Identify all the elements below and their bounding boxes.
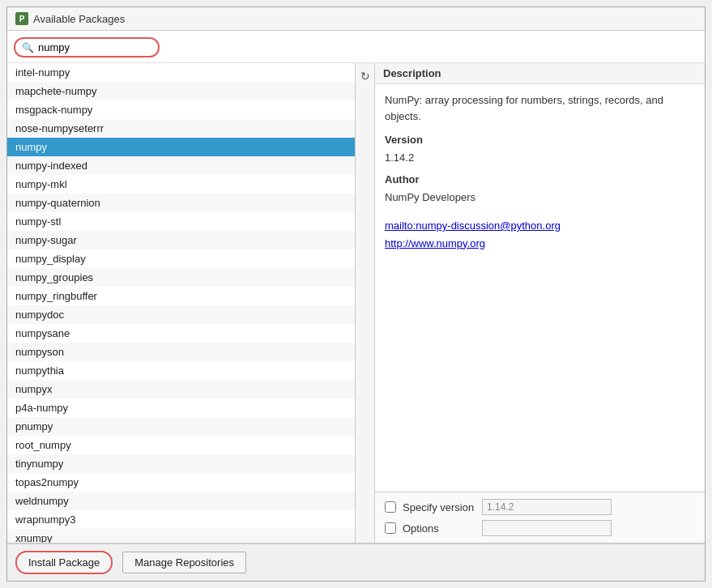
list-item[interactable]: numpy-mkl <box>7 175 355 194</box>
app-icon: P <box>15 12 28 25</box>
specify-version-label: Specify version <box>403 501 475 513</box>
list-item[interactable]: xnumpy <box>7 529 355 543</box>
list-item[interactable]: numpy_ringbuffer <box>7 287 355 305</box>
title-bar: P Available Packages <box>7 7 705 31</box>
manage-repositories-button[interactable]: Manage Repositories <box>122 552 246 573</box>
website-link[interactable]: http://www.numpy.org <box>385 236 695 252</box>
list-item[interactable]: nose-numpyseterrr <box>7 119 355 138</box>
list-item[interactable]: numpy <box>7 138 355 156</box>
search-icon: 🔍 <box>22 42 34 53</box>
package-list: intel-numpymapchete-numpymsgpack-numpyno… <box>7 63 355 543</box>
list-item[interactable]: numpy-stl <box>7 212 355 231</box>
version-input[interactable] <box>482 499 612 515</box>
description-content: NumPy: array processing for numbers, str… <box>375 84 705 492</box>
list-item[interactable]: numpydoc <box>7 305 355 324</box>
left-panel: intel-numpymapchete-numpymsgpack-numpyno… <box>7 63 356 543</box>
install-package-button[interactable]: Install Package <box>15 551 113 574</box>
refresh-icon[interactable]: ↻ <box>360 70 370 83</box>
list-item[interactable]: root_numpy <box>7 436 355 454</box>
specify-version-row: Specify version <box>385 499 695 515</box>
list-item[interactable]: numpy_groupies <box>7 268 355 287</box>
list-item[interactable]: wrapnumpy3 <box>7 510 355 529</box>
right-panel: Description NumPy: array processing for … <box>375 63 705 543</box>
list-item[interactable]: numpy-indexed <box>7 156 355 175</box>
version-label: Version <box>385 132 695 148</box>
list-item[interactable]: pnumpy <box>7 417 355 436</box>
window-title: Available Packages <box>33 13 125 25</box>
author-value: NumPy Developers <box>385 190 695 206</box>
search-wrapper[interactable]: 🔍 <box>14 37 160 58</box>
list-item[interactable]: numpy-quaternion <box>7 194 355 212</box>
list-item[interactable]: numpyson <box>7 343 355 361</box>
list-item[interactable]: topas2numpy <box>7 473 355 492</box>
list-item[interactable]: mapchete-numpy <box>7 82 355 100</box>
divider-column: ↻ <box>356 63 375 543</box>
footer-bar: Install Package Manage Repositories <box>7 543 705 581</box>
list-item[interactable]: weldnumpy <box>7 492 355 510</box>
specify-version-checkbox[interactable] <box>385 501 396 513</box>
search-input[interactable] <box>38 41 151 53</box>
search-bar: 🔍 <box>7 31 705 63</box>
version-value: 1.14.2 <box>385 150 695 166</box>
mailto-link[interactable]: mailto:numpy-discussion@python.org <box>385 218 695 234</box>
list-item[interactable]: msgpack-numpy <box>7 100 355 119</box>
options-label: Options <box>403 522 475 535</box>
bottom-options: Specify version Options <box>375 492 705 543</box>
list-item[interactable]: numpy-sugar <box>7 231 355 249</box>
list-item[interactable]: numpysane <box>7 324 355 343</box>
options-input[interactable] <box>482 520 612 536</box>
author-label: Author <box>385 172 695 188</box>
list-item[interactable]: tinynumpy <box>7 454 355 473</box>
list-item[interactable]: numpy_display <box>7 249 355 268</box>
description-header: Description <box>375 63 705 84</box>
list-item[interactable]: intel-numpy <box>7 63 355 82</box>
list-item[interactable]: p4a-numpy <box>7 398 355 417</box>
list-item[interactable]: numpyx <box>7 380 355 398</box>
options-row: Options <box>385 520 695 536</box>
panels-container: intel-numpymapchete-numpymsgpack-numpyno… <box>7 63 705 543</box>
options-checkbox[interactable] <box>385 522 396 534</box>
content-area: 🔍 intel-numpymapchete-numpymsgpack-numpy… <box>7 31 705 543</box>
description-summary: NumPy: array processing for numbers, str… <box>385 92 695 124</box>
main-container: P Available Packages 🔍 intel-numpymapche… <box>6 6 706 582</box>
list-item[interactable]: numpythia <box>7 361 355 380</box>
